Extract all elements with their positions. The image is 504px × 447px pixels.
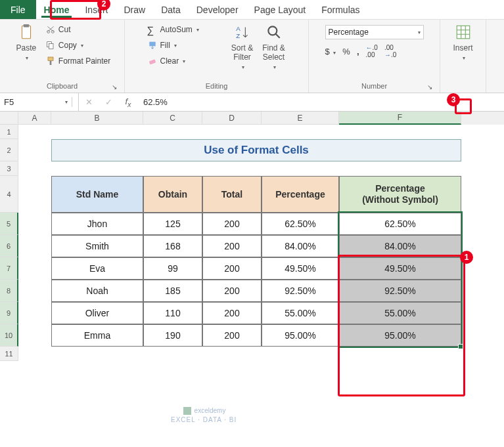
row-header-4[interactable]: 4 — [0, 176, 18, 213]
row-header-2[interactable]: 2 — [0, 139, 18, 161]
cell-obtain[interactable]: 110 — [143, 302, 202, 324]
cell-total[interactable]: 200 — [202, 302, 262, 324]
tab-formulas[interactable]: Formulas — [313, 0, 367, 19]
svg-rect-1 — [23, 24, 29, 27]
callout-home-tab — [50, 0, 101, 20]
svg-rect-9 — [149, 59, 156, 64]
callout-number-3: 3 — [447, 93, 460, 106]
cancel-formula-button[interactable]: ✕ — [79, 97, 99, 107]
scissors-icon — [45, 24, 56, 35]
increase-decimal-button[interactable]: ←.0.00 — [366, 44, 378, 58]
svg-rect-5 — [49, 43, 53, 49]
col-header-c[interactable]: C — [143, 112, 202, 125]
cell-percentage[interactable]: 49.50% — [262, 257, 339, 280]
watermark: exceldemyEXCEL · DATA · BI — [171, 406, 237, 423]
cell-percentage-nosymbol[interactable]: 62.50% — [339, 213, 461, 235]
row-header-11[interactable]: 11 — [0, 347, 18, 361]
cell-percentage[interactable]: 84.00% — [262, 235, 339, 257]
row-header-9[interactable]: 9 — [0, 302, 18, 324]
cell-obtain[interactable]: 190 — [143, 324, 202, 347]
copy-icon — [45, 40, 56, 51]
find-select-button[interactable]: Find & Select▾ — [260, 22, 288, 72]
cell-percentage[interactable]: 55.00% — [262, 302, 339, 324]
col-header-e[interactable]: E — [262, 112, 339, 125]
editing-group-label: Editing — [206, 82, 228, 90]
decrease-decimal-button[interactable]: .00→.0 — [384, 44, 396, 58]
cell-percentage[interactable]: 62.50% — [262, 213, 339, 235]
select-all-corner[interactable] — [0, 112, 18, 125]
header-obtain[interactable]: Obtain — [143, 176, 202, 213]
cell-total[interactable]: 200 — [202, 280, 262, 302]
percent-button[interactable]: % — [342, 47, 350, 56]
paste-button[interactable]: Paste▾ — [12, 22, 40, 68]
number-format-dropdown[interactable]: Percentage▾ — [325, 25, 424, 39]
sigma-icon: ∑ — [147, 24, 158, 35]
name-box[interactable]: F5▾ — [0, 97, 72, 107]
fill-down-icon — [147, 40, 158, 51]
row-header-6[interactable]: 6 — [0, 235, 18, 257]
header-percentage[interactable]: Percentage — [262, 176, 339, 213]
clipboard-dialog-launcher[interactable]: ↘ — [110, 82, 119, 91]
cell-percentage[interactable]: 95.00% — [262, 324, 339, 347]
cell-name[interactable]: Smith — [51, 235, 143, 257]
cell-total[interactable]: 200 — [202, 235, 262, 257]
row-header-5[interactable]: 5 — [0, 213, 18, 235]
row-header-10[interactable]: 10 — [0, 324, 18, 347]
magnifier-icon — [265, 24, 283, 41]
number-dialog-launcher[interactable]: ↘ — [425, 82, 434, 91]
cell-obtain[interactable]: 99 — [143, 257, 202, 280]
header-std-name[interactable]: Std Name — [51, 176, 143, 213]
copy-button[interactable]: Copy▾ — [44, 38, 112, 53]
cell-percentage[interactable]: 92.50% — [262, 280, 339, 302]
autosum-button[interactable]: ∑AutoSum▾ — [146, 22, 225, 37]
insert-cells-icon — [455, 24, 472, 41]
col-header-b[interactable]: B — [51, 112, 143, 125]
row-header-7[interactable]: 7 — [0, 257, 18, 280]
cell-name[interactable]: Emma — [51, 324, 143, 347]
cell-total[interactable]: 200 — [202, 324, 262, 347]
currency-button[interactable]: $ ▾ — [325, 47, 336, 56]
tab-developer[interactable]: Developer — [189, 0, 246, 19]
tab-page-layout[interactable]: Page Layout — [246, 0, 314, 19]
col-header-a[interactable]: A — [18, 112, 51, 125]
cell-percentage-nosymbol[interactable]: 84.00% — [339, 235, 461, 257]
insert-cells-button[interactable]: Insert▾ — [449, 22, 477, 62]
cell-name[interactable]: Oliver — [51, 302, 143, 324]
cell-obtain[interactable]: 168 — [143, 235, 202, 257]
clipboard-icon — [18, 24, 35, 41]
table-row: Smith16820084.00%84.00% — [51, 235, 461, 257]
enter-formula-button[interactable]: ✓ — [99, 97, 118, 107]
header-total[interactable]: Total — [202, 176, 262, 213]
tab-draw[interactable]: Draw — [116, 0, 153, 19]
cut-button[interactable]: Cut — [44, 22, 112, 37]
tab-file[interactable]: File — [0, 0, 36, 19]
eraser-icon — [147, 56, 158, 66]
tab-data[interactable]: Data — [153, 0, 189, 19]
fx-button[interactable]: fx — [118, 96, 138, 108]
comma-button[interactable]: , — [357, 47, 359, 56]
col-header-d[interactable]: D — [202, 112, 262, 125]
clear-button[interactable]: Clear▾ — [146, 54, 225, 68]
row-header-1[interactable]: 1 — [0, 125, 18, 139]
row-header-8[interactable]: 8 — [0, 280, 18, 302]
header-percentage-nosymbol[interactable]: Percentage(Without Symbol) — [339, 176, 461, 213]
cell-obtain[interactable]: 185 — [143, 280, 202, 302]
cell-total[interactable]: 200 — [202, 257, 262, 280]
callout-selection — [338, 255, 465, 396]
cell-name[interactable]: Eva — [51, 257, 143, 280]
svg-rect-8 — [149, 42, 155, 47]
format-painter-button[interactable]: Format Painter — [44, 54, 112, 68]
fill-button[interactable]: Fill▾ — [146, 38, 225, 53]
row-header-3[interactable]: 3 — [0, 161, 18, 176]
cell-name[interactable]: Noah — [51, 280, 143, 302]
sort-filter-button[interactable]: AZ Sort & Filter▾ — [229, 22, 256, 72]
number-group-label: Number — [361, 82, 387, 90]
title-cell[interactable]: Use of Format Cells — [51, 139, 461, 161]
svg-text:Z: Z — [236, 32, 240, 39]
svg-rect-7 — [49, 60, 51, 65]
cell-total[interactable]: 200 — [202, 213, 262, 235]
cell-name[interactable]: Jhon — [51, 213, 143, 235]
cell-obtain[interactable]: 125 — [143, 213, 202, 235]
col-header-f[interactable]: F — [339, 112, 461, 125]
brush-icon — [45, 56, 56, 66]
